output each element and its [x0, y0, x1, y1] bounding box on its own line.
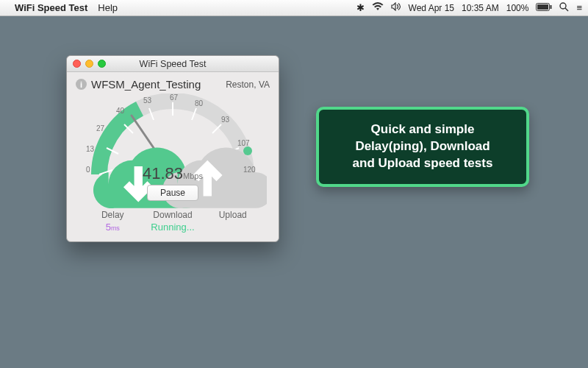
app-window: WiFi Speed Test i WFSM_Agent_Testing Res… — [66, 55, 279, 242]
callout-line1: Quick and simple — [332, 121, 513, 138]
gauge-tick: 80 — [195, 99, 203, 107]
wifi-icon[interactable] — [372, 2, 384, 13]
svg-rect-2 — [551, 5, 552, 9]
speed-readout: 41.83Mbps — [76, 164, 270, 183]
battery-icon[interactable] — [536, 2, 552, 13]
volume-icon[interactable] — [391, 2, 401, 13]
gauge-tick: 13 — [86, 145, 94, 153]
svg-line-4 — [565, 8, 568, 11]
speed-unit: Mbps — [183, 171, 203, 180]
delay-unit: ms — [111, 224, 120, 232]
server-location: Reston, VA — [226, 79, 270, 90]
list-icon[interactable]: ≡ — [576, 2, 582, 13]
feature-callout: Quick and simple Delay(ping), Download a… — [316, 107, 529, 187]
gauge-tick: 53 — [143, 96, 151, 105]
network-ssid: WFSM_Agent_Testing — [91, 78, 201, 91]
speed-gauge: 0 13 27 40 53 67 80 93 107 120 41.83Mbps… — [76, 93, 270, 204]
bluetooth-icon[interactable]: ✱ — [356, 2, 365, 13]
download-value: Running... — [143, 222, 203, 233]
info-icon[interactable]: i — [76, 79, 87, 90]
search-icon[interactable] — [559, 2, 569, 14]
menubar-help[interactable]: Help — [98, 2, 118, 13]
macos-menubar: WiFi Speed Test Help ✱ Wed Apr 15 10:35 … — [0, 0, 588, 16]
svg-point-3 — [560, 3, 566, 9]
svg-rect-1 — [537, 4, 548, 10]
window-titlebar[interactable]: WiFi Speed Test — [67, 56, 279, 72]
window-title: WiFi Speed Test — [67, 59, 279, 69]
gauge-tick: 67 — [170, 93, 178, 102]
menubar-status-area: ✱ Wed Apr 15 10:35 AM 100% ≡ — [356, 2, 582, 14]
delay-value: 5 — [106, 222, 111, 233]
gauge-tick: 107 — [237, 139, 250, 147]
callout-line2: Delay(ping), Download — [332, 138, 513, 155]
speed-value: 41.83 — [143, 164, 183, 183]
gauge-tick: 40 — [116, 107, 124, 115]
gauge-tick: 93 — [221, 116, 229, 124]
menubar-time[interactable]: 10:35 AM — [462, 3, 499, 13]
callout-line3: and Upload speed tests — [332, 155, 513, 172]
pause-button[interactable]: Pause — [147, 185, 198, 201]
gauge-tick: 27 — [96, 124, 104, 132]
menubar-battery-pct[interactable]: 100% — [506, 3, 529, 13]
menubar-date[interactable]: Wed Apr 15 — [409, 3, 454, 13]
menubar-app-name[interactable]: WiFi Speed Test — [15, 2, 87, 13]
